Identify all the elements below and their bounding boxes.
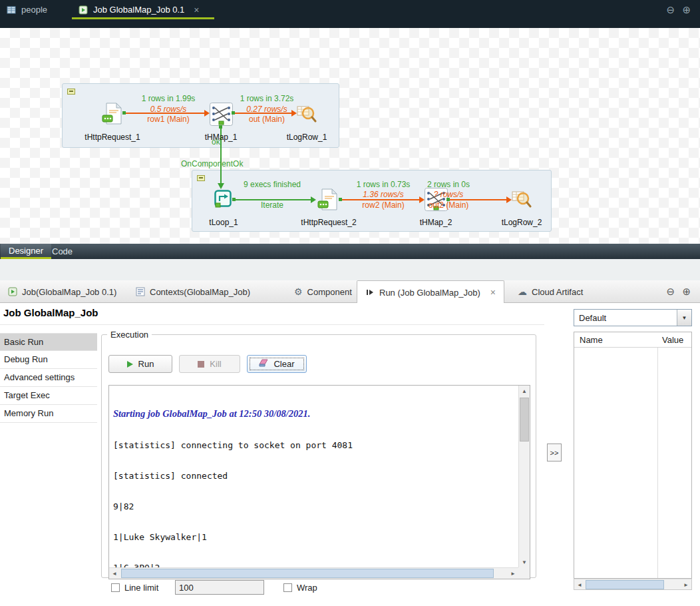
collapse-subjob-icon[interactable] — [67, 89, 75, 95]
line-limit-input[interactable] — [175, 580, 264, 595]
collapse-subjob-icon[interactable] — [197, 175, 205, 181]
console-output[interactable]: Starting job GlobalMap_Job at 12:50 30/0… — [108, 385, 530, 579]
view-tab-job[interactable]: Job(GlobalMap_Job 0.1) — [0, 280, 124, 303]
job-icon — [8, 287, 17, 296]
context-horizontal-scrollbar[interactable]: ◄ ► — [574, 579, 692, 590]
view-tab-job-label: Job(GlobalMap_Job 0.1) — [22, 287, 116, 297]
job-design-canvas[interactable]: 1 rows in 1.99s 0.5 rows/s row1 (Main) 1… — [0, 28, 700, 244]
context-select-value: Default — [579, 313, 606, 323]
wrap-checkbox[interactable] — [283, 583, 292, 592]
component-label[interactable]: tHMap_2 — [393, 218, 479, 227]
subjob-1[interactable]: 1 rows in 1.99s 0.5 rows/s row1 (Main) 1… — [62, 83, 339, 148]
column-header-value[interactable]: Value — [662, 335, 683, 345]
thttprequest-icon — [102, 115, 124, 127]
flow-link-out[interactable] — [233, 113, 291, 114]
clear-button[interactable]: Clear — [247, 355, 307, 373]
view-tab-contexts-label: Contexts(GlobalMap_Job) — [150, 287, 250, 297]
link-out-label[interactable]: out (Main) — [224, 115, 310, 124]
minimize-view-icon[interactable]: ⊖ — [666, 286, 675, 296]
component-thttprequest-1[interactable] — [102, 103, 124, 127]
component-tlogrow-2[interactable] — [512, 190, 532, 212]
sidebar-item-memory-run[interactable]: Memory Run — [0, 405, 97, 423]
view-tab-bar: Job(GlobalMap_Job 0.1) Contexts(GlobalMa… — [0, 280, 700, 303]
view-tab-contexts[interactable]: Contexts(GlobalMap_Job) — [128, 280, 258, 303]
line-limit-label: Line limit — [124, 583, 158, 593]
sidebar-item-target-exec[interactable]: Target Exec — [0, 387, 97, 405]
component-thttprequest-2[interactable] — [317, 188, 339, 213]
line-limit-checkbox[interactable] — [111, 583, 120, 592]
view-tab-component-label: Component — [307, 287, 352, 297]
view-tab-component[interactable]: ⚙ Component — [286, 280, 360, 303]
trigger-label[interactable]: OnComponentOk — [181, 159, 267, 168]
link-iterate-label[interactable]: Iterate — [229, 200, 315, 210]
run-button-label: Run — [138, 359, 154, 369]
wrap-label: Wrap — [297, 583, 317, 593]
scroll-right-icon[interactable]: ► — [681, 579, 691, 590]
scroll-left-icon[interactable]: ◄ — [574, 579, 585, 590]
context-variables-table[interactable]: Name Value — [574, 332, 692, 579]
component-label[interactable]: tHttpRequest_2 — [285, 218, 372, 227]
console-line: [statistics] connecting to socket on por… — [113, 440, 514, 450]
view-tab-run[interactable]: Run (Job GlobalMap_Job) × — [357, 280, 504, 304]
flow-link-row1[interactable] — [124, 113, 204, 114]
sidebar-item-advanced-settings[interactable]: Advanced settings — [0, 369, 97, 387]
editor-tab-job[interactable]: Job GlobalMap_Job 0.1 × — [72, 0, 214, 19]
editor-bottom-gap — [0, 259, 700, 280]
subjob-2[interactable]: 9 execs finished Iterate 1 rows in 0.73s… — [192, 170, 552, 232]
talend-studio-window: people Job GlobalMap_Job 0.1 × ⊖ ⊕ — [0, 0, 700, 606]
editor-tab-people[interactable]: people — [0, 0, 67, 19]
expand-console-button[interactable]: >> — [547, 444, 562, 461]
console-line: [statistics] connected — [113, 471, 514, 481]
thttprequest-icon — [317, 201, 339, 212]
context-select[interactable]: Default ▼ — [574, 309, 692, 326]
sidebar-item-basic-run[interactable]: Basic Run — [0, 333, 97, 351]
run-icon — [365, 288, 375, 297]
link-row1-label[interactable]: row1 (Main) — [125, 115, 212, 124]
cloud-icon: ☁ — [518, 286, 527, 297]
console-line: 1|Luke Skywalker|1 — [113, 532, 514, 542]
link-out2-label[interactable]: out2 (Main) — [405, 200, 492, 210]
component-label[interactable]: tLogRow_2 — [478, 218, 565, 227]
scrollbar-thumb[interactable] — [121, 569, 494, 578]
component-label[interactable]: tHttpRequest_1 — [69, 133, 156, 142]
run-view: Job GlobalMap_Job Basic Run Debug Run Ad… — [0, 303, 700, 606]
close-icon[interactable]: × — [490, 287, 496, 298]
column-divider — [657, 332, 658, 578]
close-icon[interactable]: × — [194, 5, 199, 15]
maximize-view-icon[interactable]: ⊕ — [682, 286, 691, 296]
gear-icon: ⚙ — [294, 286, 303, 297]
tlogrow-icon — [512, 200, 532, 212]
component-label[interactable]: tLoop_1 — [180, 218, 267, 227]
scroll-up-icon[interactable]: ▲ — [519, 386, 530, 396]
console-start-line: Starting job GlobalMap_Job at 12:50 30/0… — [113, 408, 514, 420]
sidebar-item-debug-run[interactable]: Debug Run — [0, 351, 97, 369]
kill-button[interactable]: Kill — [179, 355, 240, 373]
execution-group: Execution Run Kill Clear Starting job Gl… — [101, 330, 536, 578]
scroll-left-icon[interactable]: ◄ — [109, 568, 120, 579]
console-horizontal-scrollbar[interactable]: ◄ ► — [109, 567, 518, 579]
console-vertical-scrollbar[interactable]: ▲ ▼ — [518, 386, 530, 567]
contexts-icon — [136, 287, 145, 296]
play-icon — [127, 361, 133, 368]
table-icon — [7, 5, 16, 15]
run-button[interactable]: Run — [108, 355, 172, 373]
job-icon — [79, 5, 88, 15]
view-tab-cloud-artifact-label: Cloud Artifact — [532, 287, 583, 297]
scroll-down-icon[interactable]: ▼ — [519, 557, 530, 567]
link-iterate-stats: 9 execs finished — [229, 180, 315, 189]
scrollbar-corner — [518, 567, 530, 579]
chevron-down-icon[interactable]: ▼ — [677, 310, 691, 326]
scroll-right-icon[interactable]: ► — [508, 568, 518, 579]
link-row1-stats: 1 rows in 1.99s — [125, 94, 212, 103]
view-tab-cloud-artifact[interactable]: ☁ Cloud Artifact — [510, 280, 591, 303]
scrollbar-thumb[interactable] — [586, 580, 664, 589]
maximize-icon[interactable]: ⊕ — [682, 5, 691, 15]
kill-button-label: Kill — [210, 359, 221, 369]
minimize-icon[interactable]: ⊖ — [666, 5, 675, 15]
page-title: Job GlobalMap_Job — [3, 307, 98, 318]
tab-code[interactable]: Code — [44, 244, 81, 259]
component-label[interactable]: tLogRow_1 — [263, 133, 350, 142]
scrollbar-thumb[interactable] — [520, 398, 529, 442]
column-header-name[interactable]: Name — [580, 335, 603, 345]
console-text: Starting job GlobalMap_Job at 12:50 30/0… — [109, 386, 518, 567]
